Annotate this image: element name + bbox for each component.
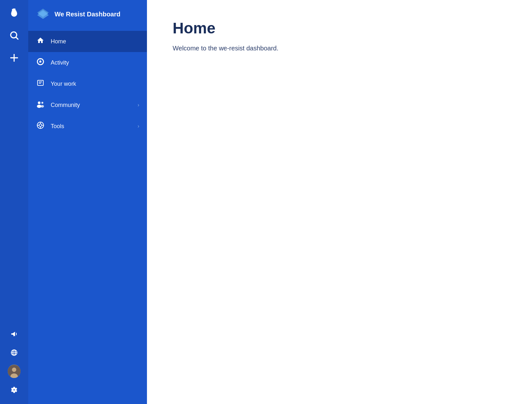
activity-icon (36, 58, 45, 67)
svg-point-13 (13, 389, 15, 391)
nav-label-community: Community (51, 102, 132, 109)
nav-label-activity: Activity (51, 59, 139, 66)
main-sidebar: We Resist Dashboard Home (28, 0, 147, 404)
community-icon (36, 100, 45, 110)
nav-label-home: Home (51, 38, 139, 45)
svg-line-2 (16, 37, 18, 39)
sidebar-nav: Home Activity (28, 28, 147, 139)
page-title: Home (173, 19, 506, 37)
nav-label-your-work: Your work (51, 81, 139, 87)
nav-item-community[interactable]: Community › (28, 94, 147, 116)
community-arrow-icon: › (138, 102, 139, 108)
svg-point-23 (38, 101, 40, 104)
icon-sidebar-top (8, 6, 21, 328)
icon-sidebar (0, 0, 28, 404)
svg-point-28 (39, 124, 42, 127)
search-icon[interactable] (8, 29, 21, 42)
home-icon (36, 37, 45, 46)
globe-icon[interactable] (8, 346, 21, 359)
add-icon[interactable] (8, 51, 21, 64)
svg-point-11 (12, 368, 16, 372)
nav-item-your-work[interactable]: Your work (28, 73, 147, 94)
nav-item-activity[interactable]: Activity (28, 52, 147, 73)
nav-item-home[interactable]: Home (28, 31, 147, 52)
flask-icon[interactable] (8, 6, 21, 19)
svg-point-26 (41, 105, 44, 108)
svg-point-25 (37, 105, 41, 108)
main-content: Home Welcome to the we-resist dashboard. (147, 0, 532, 404)
tools-arrow-icon: › (138, 123, 139, 129)
svg-point-24 (41, 102, 43, 104)
your-work-icon (36, 79, 45, 89)
page-subtitle: Welcome to the we-resist dashboard. (173, 45, 506, 52)
icon-sidebar-bottom (8, 328, 21, 404)
avatar-icon[interactable] (8, 365, 21, 378)
user-avatar[interactable] (8, 364, 21, 378)
megaphone-icon[interactable] (8, 328, 21, 340)
tools-icon (36, 121, 45, 131)
brand-title: We Resist Dashboard (55, 11, 120, 18)
brand-icon (36, 7, 50, 21)
sidebar-header: We Resist Dashboard (28, 0, 147, 28)
nav-item-tools[interactable]: Tools › (28, 116, 147, 137)
nav-label-tools: Tools (51, 123, 132, 130)
settings-icon[interactable] (8, 383, 21, 396)
